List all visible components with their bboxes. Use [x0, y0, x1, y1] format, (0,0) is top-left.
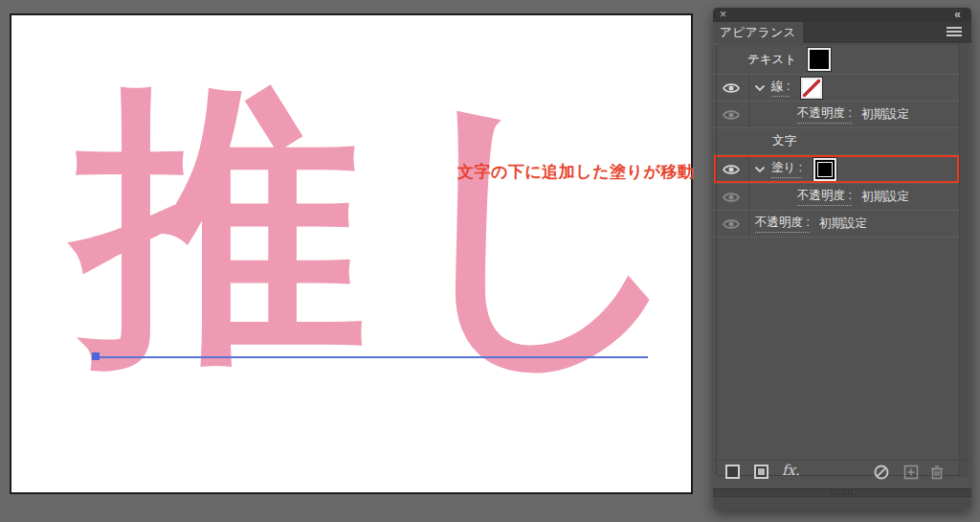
- close-icon[interactable]: ×: [720, 8, 726, 22]
- text-path-line[interactable]: [95, 356, 648, 358]
- appearance-row-characters[interactable]: 文字: [713, 128, 960, 155]
- row-label-stroke[interactable]: 線 :: [771, 79, 790, 97]
- appearance-row-fill-opacity[interactable]: 不透明度 :初期設定: [713, 184, 960, 211]
- panel-menu-icon[interactable]: [947, 27, 962, 38]
- tab-appearance[interactable]: アピアランス: [713, 22, 803, 43]
- row-label-fill[interactable]: 塗り :: [771, 160, 802, 178]
- add-new-stroke-icon[interactable]: [725, 465, 740, 479]
- eye-column-spacer: [713, 128, 749, 154]
- row-value-stroke-opacity[interactable]: 初期設定: [861, 106, 909, 123]
- row-label-text-object: テキスト: [747, 52, 796, 68]
- row-value-object-opacity[interactable]: 初期設定: [819, 216, 867, 232]
- duplicate-item-icon[interactable]: [903, 465, 919, 484]
- chevron-down-icon[interactable]: [754, 84, 766, 92]
- delete-item-icon[interactable]: [929, 465, 945, 484]
- add-new-effect-icon[interactable]: fx.: [782, 462, 800, 479]
- appearance-row-fill[interactable]: 塗り :: [713, 155, 960, 184]
- visibility-eye-icon[interactable]: [713, 184, 749, 210]
- visibility-eye-icon[interactable]: [713, 155, 749, 183]
- color-swatch-black[interactable]: [813, 158, 836, 181]
- color-swatch-black[interactable]: [808, 48, 831, 71]
- chevron-down-icon[interactable]: [754, 166, 766, 173]
- stroke-none-swatch[interactable]: [801, 78, 822, 99]
- visibility-eye-icon[interactable]: [713, 102, 749, 127]
- row-label-stroke-opacity[interactable]: 不透明度 :: [797, 105, 852, 124]
- row-label-fill-opacity[interactable]: 不透明度 :: [797, 188, 852, 206]
- row-value-fill-opacity[interactable]: 初期設定: [861, 189, 909, 205]
- appearance-panel: × « アピアランス テキスト 線 : 不透明度 :初期設定文字 塗り : 不透…: [713, 8, 971, 510]
- visibility-eye-icon[interactable]: [713, 75, 749, 101]
- appearance-row-text-object[interactable]: テキスト: [713, 44, 960, 75]
- resize-grip[interactable]: [831, 490, 852, 495]
- appearance-rows: テキスト 線 : 不透明度 :初期設定文字 塗り : 不透明度 :初期設定 不透…: [713, 44, 960, 238]
- panel-header: × «: [713, 8, 971, 22]
- panel-bottom-edge: [713, 496, 971, 510]
- path-anchor-point[interactable]: [92, 352, 100, 360]
- appearance-row-stroke-opacity[interactable]: 不透明度 :初期設定: [713, 102, 960, 128]
- row-label-characters: 文字: [772, 133, 796, 149]
- artboard[interactable]: 推し 文字の下に追加した塗りが移動: [10, 13, 693, 494]
- appearance-row-object-opacity[interactable]: 不透明度 :初期設定: [713, 211, 960, 238]
- clear-appearance-icon[interactable]: [874, 465, 889, 484]
- panel-footer: fx.: [713, 460, 971, 484]
- add-new-fill-icon[interactable]: [754, 465, 768, 479]
- row-label-object-opacity[interactable]: 不透明度 :: [755, 215, 810, 233]
- tutorial-annotation: 文字の下に追加した塗りが移動: [457, 161, 694, 183]
- artwork-text[interactable]: 推し: [75, 79, 724, 372]
- scrollbar-gutter[interactable]: [959, 44, 969, 477]
- collapse-panel-icon[interactable]: «: [954, 8, 960, 22]
- panel-tab-bar: アピアランス: [713, 22, 971, 43]
- visibility-eye-icon[interactable]: [713, 211, 749, 237]
- appearance-row-stroke[interactable]: 線 :: [713, 75, 960, 102]
- illustrator-workspace: 推し 文字の下に追加した塗りが移動 × « アピアランス テキスト 線 : 不透…: [0, 0, 980, 522]
